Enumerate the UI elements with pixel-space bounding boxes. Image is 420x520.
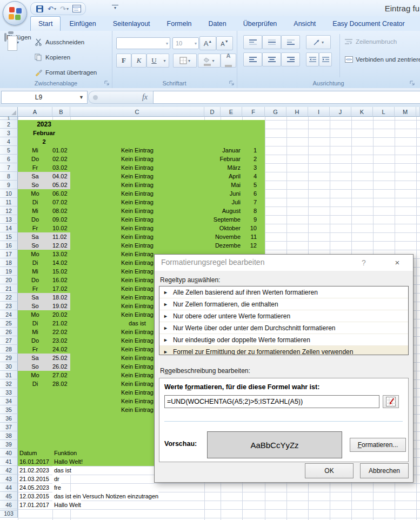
tab-easy-document-creator[interactable]: Easy Document Creator bbox=[324, 16, 412, 31]
row-header-23[interactable]: 23 bbox=[0, 302, 18, 310]
row-header-27[interactable]: 27 bbox=[0, 336, 18, 345]
log-date-cell[interactable]: 24.05.2023 bbox=[18, 483, 52, 492]
tab-seitenlayout[interactable]: Seitenlayout bbox=[105, 16, 158, 31]
row-header-41[interactable]: 41 bbox=[0, 457, 18, 466]
date-cell[interactable]: 23.02 bbox=[52, 336, 70, 345]
date-cell[interactable]: 01.02 bbox=[52, 146, 70, 155]
dialog-titlebar[interactable]: Formatierungsregel bearbeiten ? × bbox=[155, 255, 413, 271]
row-header-44[interactable]: 44 bbox=[0, 483, 18, 492]
weekday-cell[interactable]: Mi bbox=[18, 206, 52, 215]
entry-cell[interactable]: Kein Eintrag bbox=[70, 232, 204, 241]
row-header-35[interactable]: 35 bbox=[0, 405, 18, 414]
weekday-cell[interactable]: Sa bbox=[18, 293, 52, 302]
format-button[interactable]: Formatieren... bbox=[350, 438, 406, 452]
fill-color-button[interactable]: ▾ bbox=[198, 54, 221, 68]
date-cell[interactable]: 07.02 bbox=[52, 198, 70, 206]
column-header-g[interactable]: G bbox=[265, 107, 286, 117]
italic-button[interactable]: K bbox=[131, 54, 146, 68]
rule-type-item[interactable]: ►Nur obere oder untere Werte formatieren bbox=[159, 310, 408, 322]
entry-cell[interactable]: Kein Eintrag bbox=[70, 163, 204, 172]
date-cell[interactable]: 09.02 bbox=[52, 215, 70, 224]
office-button[interactable] bbox=[3, 1, 27, 25]
entry-cell[interactable]: Kein Eintrag bbox=[70, 172, 204, 181]
entry-cell[interactable]: Kein Eintrag bbox=[70, 224, 204, 232]
help-icon[interactable]: ? bbox=[357, 257, 371, 269]
entry-cell[interactable]: Kein Eintrag bbox=[70, 146, 204, 155]
column-header-i[interactable]: I bbox=[308, 107, 330, 117]
log-date-cell[interactable]: 16.01.2017 bbox=[18, 457, 52, 466]
date-cell[interactable]: 13.02 bbox=[52, 250, 70, 258]
date-cell[interactable]: 02.02 bbox=[52, 155, 70, 163]
rule-type-item[interactable]: ►Formel zur Ermittlung der zu formatiere… bbox=[159, 346, 408, 355]
weekday-cell[interactable]: Di bbox=[18, 319, 52, 328]
date-cell[interactable]: 04.02 bbox=[52, 172, 70, 181]
date-cell[interactable]: 17.02 bbox=[52, 284, 70, 293]
log-date-cell[interactable]: 12.03.2015 bbox=[18, 492, 52, 501]
weekday-cell[interactable]: Do bbox=[18, 215, 52, 224]
row-header-34[interactable]: 34 bbox=[0, 397, 18, 405]
grow-font-button[interactable]: A▲ bbox=[199, 36, 216, 50]
save-button[interactable] bbox=[35, 4, 44, 14]
row-header-7[interactable]: 7 bbox=[0, 163, 18, 172]
month-list-number-cell[interactable]: 8 bbox=[242, 206, 265, 215]
shrink-font-button[interactable]: A▼ bbox=[216, 36, 233, 50]
month-list-number-cell[interactable]: 9 bbox=[242, 215, 265, 224]
row-header-28[interactable]: 28 bbox=[0, 345, 18, 354]
month-list-name-cell[interactable]: Februar bbox=[204, 155, 242, 163]
date-cell[interactable]: 19.02 bbox=[52, 302, 70, 310]
month-list-number-cell[interactable]: 11 bbox=[242, 232, 265, 241]
column-header-k[interactable]: K bbox=[351, 107, 373, 117]
borders-button[interactable]: ▾ bbox=[173, 54, 197, 68]
rule-type-item[interactable]: ►Nur Werte über oder unter dem Durchschn… bbox=[159, 322, 408, 334]
weekday-cell[interactable]: Mo bbox=[18, 371, 52, 379]
merge-center-button[interactable]: Verbinden und zentrieren ▾ bbox=[345, 56, 420, 63]
month-list-name-cell[interactable]: Novembe bbox=[204, 232, 242, 241]
row-header-40[interactable]: 40 bbox=[0, 449, 18, 457]
borders-dropdown-icon[interactable]: ▾ bbox=[188, 58, 190, 63]
log-function-cell[interactable]: Hallo Welt bbox=[52, 501, 81, 509]
copy-button[interactable]: Kopieren bbox=[35, 51, 70, 63]
log-date-cell[interactable]: 17.01.2017 bbox=[18, 501, 52, 509]
weekday-cell[interactable]: So bbox=[18, 181, 52, 189]
underline-dropdown[interactable]: ▾ bbox=[161, 54, 169, 68]
font-name-combobox[interactable]: ▾ bbox=[116, 37, 170, 49]
log-function-cell[interactable]: das ist ein Versuch Notizen einzutragen bbox=[52, 492, 158, 501]
weekday-cell[interactable]: Mi bbox=[18, 267, 52, 276]
row-header-46[interactable]: 46 bbox=[0, 501, 18, 509]
month-list-name-cell[interactable]: Juni bbox=[204, 189, 242, 198]
row-header-22[interactable]: 22 bbox=[0, 293, 18, 302]
month-list-number-cell[interactable]: 3 bbox=[242, 163, 265, 172]
column-header-e[interactable]: E bbox=[221, 107, 242, 117]
row-header-11[interactable]: 11 bbox=[0, 198, 18, 206]
tab-daten[interactable]: Daten bbox=[200, 16, 234, 31]
clipboard-dialog-launcher-icon[interactable] bbox=[104, 81, 110, 86]
align-left-button[interactable] bbox=[243, 52, 262, 66]
column-header-b[interactable]: B bbox=[52, 107, 70, 117]
weekday-cell[interactable]: Sa bbox=[18, 354, 52, 362]
collapse-dialog-button[interactable] bbox=[383, 395, 399, 408]
column-header-j[interactable]: J bbox=[330, 107, 351, 117]
weekday-cell[interactable]: So bbox=[18, 241, 52, 250]
date-cell[interactable]: 03.02 bbox=[52, 163, 70, 172]
column-header-m[interactable]: M bbox=[395, 107, 416, 117]
cancel-button[interactable]: Abbrechen bbox=[360, 463, 409, 478]
rule-type-item[interactable]: ►Alle Zellen basierend auf ihren Werten … bbox=[159, 286, 408, 298]
date-cell[interactable]: 11.02 bbox=[52, 232, 70, 241]
row-header-38[interactable]: 38 bbox=[0, 431, 18, 440]
rule-type-item[interactable]: ►Nur eindeutige oder doppelte Werte form… bbox=[159, 334, 408, 346]
weekday-cell[interactable]: So bbox=[18, 362, 52, 371]
row-header-21[interactable]: 21 bbox=[0, 284, 18, 293]
rule-formula-input[interactable]: =UND(WOCHENTAG(A5;2)>5;ISTZAHL(A5)) bbox=[164, 395, 379, 408]
month-list-number-cell[interactable]: 10 bbox=[242, 224, 265, 232]
month-list-name-cell[interactable]: Juli bbox=[204, 198, 242, 206]
wrap-text-button[interactable]: Zeilenumbruch bbox=[345, 38, 397, 45]
row-header-partial[interactable] bbox=[0, 509, 18, 511]
date-cell[interactable]: 12.02 bbox=[52, 241, 70, 250]
rule-type-listbox[interactable]: ►Alle Zellen basierend auf ihren Werten … bbox=[159, 286, 409, 355]
qat-customize-button[interactable]: ▾ bbox=[112, 5, 118, 10]
row-header-15[interactable]: 15 bbox=[0, 232, 18, 241]
month-list-number-cell[interactable]: 7 bbox=[242, 198, 265, 206]
row-header-25[interactable]: 25 bbox=[0, 319, 18, 328]
entry-cell[interactable]: Kein Eintrag bbox=[70, 181, 204, 189]
date-cell[interactable]: 16.02 bbox=[52, 276, 70, 284]
